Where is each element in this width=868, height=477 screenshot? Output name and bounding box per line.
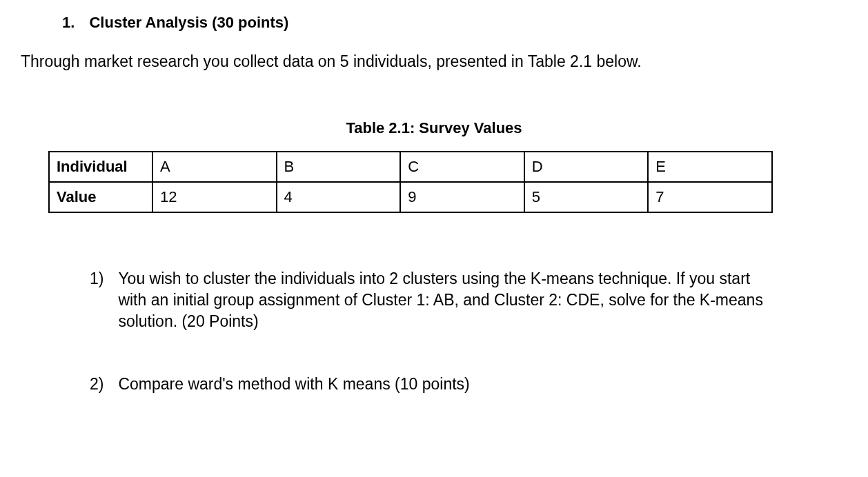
heading-title: Cluster Analysis (30 points) <box>89 14 288 31</box>
row-label: Value <box>49 182 152 212</box>
table-cell: A <box>152 152 277 182</box>
table-cell: D <box>524 152 649 182</box>
intro-paragraph: Through market research you collect data… <box>21 52 847 71</box>
table-cell: 4 <box>277 182 401 212</box>
table-row: Value 12 4 9 5 7 <box>49 182 772 212</box>
table-row: Individual A B C D E <box>49 152 772 182</box>
table-caption: Table 2.1: Survey Values <box>21 119 847 137</box>
table-cell: B <box>277 152 401 182</box>
table-cell: E <box>648 152 772 182</box>
table-cell: 9 <box>400 182 524 212</box>
table-cell: 5 <box>524 182 649 212</box>
subquestion-2: 2) Compare ward's method with K means (1… <box>90 374 778 395</box>
table-cell: 12 <box>152 182 277 212</box>
subquestion-text: Compare ward's method with K means (10 p… <box>118 374 776 395</box>
section-heading: 1. Cluster Analysis (30 points) <box>62 14 847 32</box>
subquestion-1: 1) You wish to cluster the individuals i… <box>90 268 778 332</box>
subquestion-number: 1) <box>90 268 114 290</box>
subquestion-number: 2) <box>90 374 114 395</box>
table-cell: 7 <box>648 182 772 212</box>
table-cell: C <box>400 152 524 182</box>
subquestion-text: You wish to cluster the individuals into… <box>118 268 776 332</box>
heading-number: 1. <box>62 14 75 32</box>
row-label: Individual <box>49 152 152 182</box>
survey-table: Individual A B C D E Value 12 4 9 5 7 <box>48 151 773 213</box>
